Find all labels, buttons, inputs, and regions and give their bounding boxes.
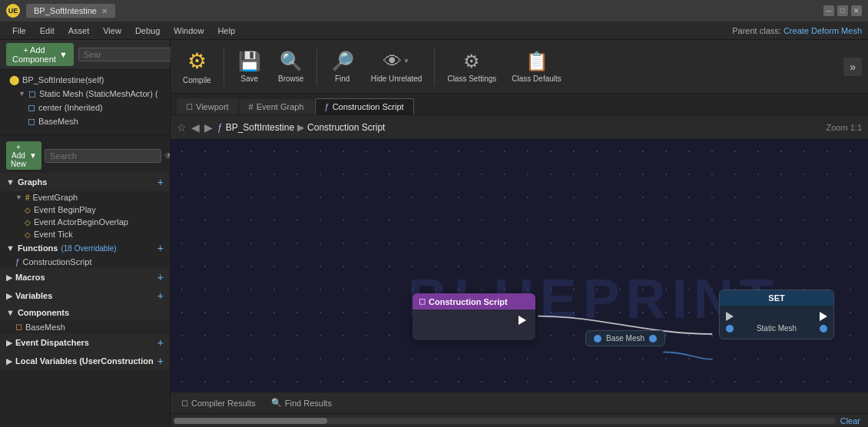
exec-out-triangle [518,316,526,325]
clear-button[interactable]: Clear [836,416,865,425]
menu-file[interactable]: File [6,25,32,37]
event-dispatchers-header[interactable]: ▶ Event Dispatchers + [0,333,170,352]
scroll-thumb[interactable] [174,418,327,424]
find-results-tab[interactable]: 🔍 Find Results [267,396,336,409]
viewport-tab-icon: ◻ [186,101,193,111]
toolbar-sep-1 [224,48,224,86]
blueprint-canvas[interactable]: BLUEPRINT ◻ Construction Script [171,140,868,392]
viewport-tab[interactable]: ◻ Viewport [177,98,238,114]
construction-script-item[interactable]: ƒ ConstructionScript [0,256,170,268]
construction-script-node[interactable]: ◻ Construction Script [412,293,535,340]
macros-add-btn[interactable]: + [157,271,164,283]
breadcrumb-func-icon: ƒ [217,122,223,133]
components-section-header[interactable]: ▼ Components [0,305,170,320]
set-node-body: Static Mesh [720,306,833,339]
breadcrumb-bp-name[interactable]: BP_SoftIntestine [226,122,294,133]
graphs-arrow: ▼ [6,177,15,187]
find-button[interactable]: 🔎 Find [323,48,362,86]
save-icon: 💾 [238,51,261,72]
graphs-add-btn[interactable]: + [157,176,164,188]
tree-item-basemesh[interactable]: ◻ BaseMesh [0,114,170,128]
local-vars-add-btn[interactable]: + [157,355,164,367]
parent-class-label: Parent class: Create Deform Mesh [732,26,862,35]
set-mesh-pin-row: Static Mesh [723,323,830,334]
local-variables-header[interactable]: ▶ Local Variables (UserConstruction + [0,352,170,370]
visibility-icon[interactable]: 👁 [164,151,170,161]
breadcrumb-graph-name[interactable]: Construction Script [307,122,385,133]
bp-obj-icon: ⬤ [9,74,19,85]
macros-section-header[interactable]: ▶ Macros + [0,268,170,286]
my-blueprint-search-input[interactable] [45,149,161,163]
set-mesh-circle-out [820,325,827,333]
scroll-track[interactable] [174,418,836,424]
class-defaults-button[interactable]: 📋 Class Defaults [505,48,567,86]
construction-script-node-body [412,309,535,340]
parent-class-link[interactable]: Create Deform Mesh [784,26,862,35]
close-btn[interactable]: ✕ [851,5,862,16]
event-graph-tab[interactable]: # Event Graph [240,99,313,114]
set-node[interactable]: SET [719,290,834,339]
variables-section-header[interactable]: ▶ Variables + [0,286,170,305]
compile-button[interactable]: ⚙ Compile [177,45,217,88]
nav-back-button[interactable]: ◀ [191,121,200,134]
tree-item-bp-softintestine[interactable]: ⬤ BP_SoftIntestine(self) [0,73,170,87]
menu-edit[interactable]: Edit [34,25,61,37]
event-actoroverlap-label: Event ActorBeginOverlap [34,217,128,227]
minimize-btn[interactable]: ─ [823,5,834,16]
basemesh-comp-icon: ◻ [15,322,22,332]
title-tab[interactable]: BP_SoftIntestine ✕ [26,4,115,18]
menu-debug[interactable]: Debug [129,25,166,37]
set-node-header: SET [720,290,833,306]
my-blueprint-search-bar: + Add New ▼ 👁 ▼ [0,138,170,173]
menu-window[interactable]: Window [167,25,210,37]
maximize-btn[interactable]: □ [837,5,848,16]
components-section-label: Components [18,308,69,317]
macros-label: Macros [15,273,45,282]
functions-label: Functions [18,243,58,253]
static-mesh-icon: ◻ [28,88,36,99]
set-mesh-pin-left [726,325,734,333]
event-dispatchers-add-btn[interactable]: + [157,336,164,349]
hide-unrelated-button[interactable]: 👁 ▼ Hide Unrelated [365,48,429,86]
tree-item-staticmesh[interactable]: ▼ ◻ Static Mesh (StaticMeshActor) ( [0,87,170,101]
browse-button[interactable]: 🔍 Browse [272,48,310,86]
graphs-section-header[interactable]: ▼ Graphs + [0,173,170,191]
event-tick-label: Event Tick [34,230,73,239]
tree-item-center[interactable]: ◻ center (Inherited) [0,101,170,114]
base-mesh-node[interactable]: Base Mesh [585,330,665,346]
bookmark-icon[interactable]: ☆ [177,121,187,134]
basemesh-tree-icon: ◻ [28,116,35,127]
breadcrumb: ƒ BP_SoftIntestine ▶ Construction Script [217,122,385,133]
set-exec-in [726,312,734,321]
event-actoroverlap-item[interactable]: ◇ Event ActorBeginOverlap [0,216,170,228]
browse-icon: 🔍 [280,51,303,72]
base-mesh-circle-in [649,335,657,343]
right-panel: ⚙ Compile 💾 Save 🔍 Browse 🔎 Find [171,40,868,427]
menu-asset[interactable]: Asset [62,25,96,37]
exec-out-right [518,316,526,325]
menu-view[interactable]: View [97,25,128,37]
center-label: center (Inherited) [38,103,103,112]
add-new-button[interactable]: + Add New ▼ [6,141,41,170]
save-button[interactable]: 💾 Save [230,48,269,86]
local-variables-label: Local Variables (UserConstruction [15,356,154,366]
event-disp-arrow: ▶ [6,338,12,348]
variables-add-btn[interactable]: + [157,290,164,302]
construction-script-label: ConstructionScript [23,257,92,266]
compiler-results-tab[interactable]: ◻ Compiler Results [177,396,260,409]
event-tick-item[interactable]: ◇ Event Tick [0,228,170,240]
class-defaults-label: Class Defaults [512,74,561,83]
toolbar-more-button[interactable]: » [843,58,862,76]
eventgraph-item[interactable]: ▼ # EventGraph [0,191,170,204]
event-beginplay-item[interactable]: ◇ Event BeginPlay [0,204,170,216]
functions-add-btn[interactable]: + [157,242,164,254]
menu-help[interactable]: Help [211,25,241,37]
construction-script-node-label: Construction Script [429,297,508,306]
basemesh-component-item[interactable]: ◻ BaseMesh [0,320,170,333]
tab-close-btn[interactable]: ✕ [101,7,108,15]
functions-section-header[interactable]: ▼ Functions (18 Overridable) + [0,240,170,256]
nav-forward-button[interactable]: ▶ [204,121,213,134]
construction-script-tab[interactable]: ƒ Construction Script [315,98,414,114]
add-component-button[interactable]: + Add Component ▼ [6,43,74,66]
class-settings-button[interactable]: ⚙ Class Settings [441,48,502,86]
